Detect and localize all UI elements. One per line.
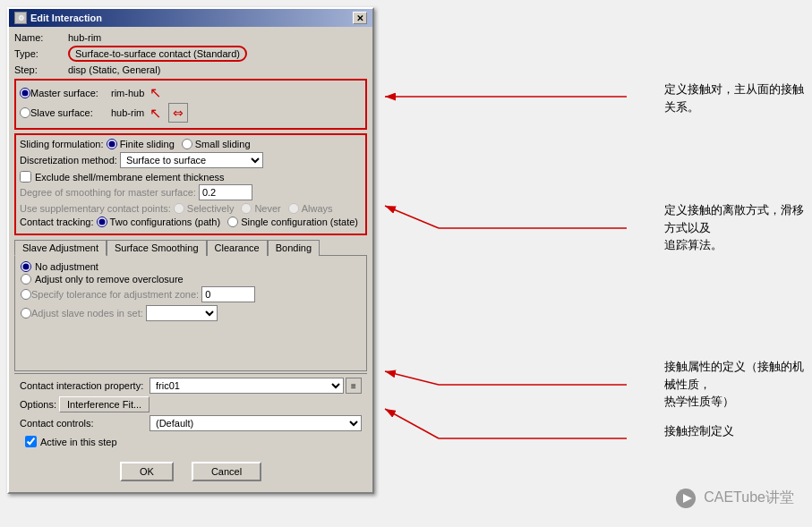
name-label: Name: (14, 32, 68, 43)
contact-property-icon-btn[interactable]: ≡ (346, 378, 362, 394)
adjust-only-row: Adjust only to remove overclosure (21, 274, 361, 285)
master-surface-row: Master surface: rim-hub ↖ (20, 84, 362, 101)
close-button[interactable]: ✕ (353, 12, 367, 24)
specify-tolerance-input[interactable] (201, 286, 255, 302)
active-step-checkbox[interactable] (25, 436, 37, 447)
step-row: Step: disp (Static, General) (14, 64, 367, 75)
exclude-shell-label: Exclude shell/membrane element thickness (35, 172, 225, 183)
tracking-row: Contact tracking: Two configurations (pa… (20, 217, 362, 227)
selectively-radio[interactable] (174, 203, 184, 214)
discretization-select[interactable]: Surface to surface (120, 152, 263, 168)
interference-fit-button[interactable]: Interference Fit... (59, 396, 150, 412)
single-config-radio[interactable] (227, 217, 238, 227)
watermark-icon (675, 488, 697, 509)
adjust-slave-select[interactable] (146, 305, 218, 321)
annotation-2-line2: 追踪算法。 (664, 236, 812, 254)
tab-surface-smoothing[interactable]: Surface Smoothing (107, 240, 207, 256)
adjust-only-radio[interactable] (21, 274, 31, 285)
contact-controls-label: Contact controls: (20, 418, 150, 429)
annotation-4-text: 接触控制定义 (664, 424, 734, 438)
annotation-2-line1: 定义接触的离散方式，滑移方式以及 (664, 201, 812, 236)
annotation-3: 接触属性的定义（接触的机械性质， 热学性质等） (664, 358, 812, 411)
annotation-1-text: 定义接触对，主从面的接触关系。 (664, 82, 804, 114)
smoothing-row: Degree of smoothing for master surface: (20, 184, 362, 200)
cancel-button[interactable]: Cancel (192, 462, 261, 481)
contact-property-select[interactable]: fric01 (150, 378, 344, 394)
annotation-1: 定义接触对，主从面的接触关系。 (664, 81, 812, 115)
step-label: Step: (14, 64, 68, 75)
adjust-slave-radio[interactable] (21, 308, 31, 319)
tab-content: No adjustment Adjust only to remove over… (14, 255, 367, 371)
tab-clearance[interactable]: Clearance (207, 240, 268, 256)
adjust-slave-label: Adjust slave nodes in set: (31, 308, 143, 319)
annotation-4: 接触控制定义 (664, 422, 734, 440)
master-value: rim-hub (111, 88, 144, 98)
slave-surface-row: Slave surface: hub-rim ↖ ⇔ (20, 103, 362, 123)
title-bar-left: ⚙ Edit Interaction (14, 12, 102, 24)
slave-label: Slave surface: (30, 107, 111, 118)
tab-bonding[interactable]: Bonding (268, 240, 320, 256)
tracking-radio-group: Two configurations (path) Single configu… (97, 217, 358, 227)
exclude-shell-row: Exclude shell/membrane element thickness (20, 171, 362, 183)
tab-slave-adjustment[interactable]: Slave Adjustment (14, 240, 107, 256)
small-sliding-item: Small sliding (182, 139, 251, 149)
single-config-item: Single configuration (state) (227, 217, 358, 227)
supplementary-row: Use supplementary contact points: Select… (20, 203, 362, 214)
master-arrow-icon: ↖ (150, 84, 161, 101)
sliding-radio-group: Finite sliding Small sliding (107, 139, 251, 149)
master-radio[interactable] (20, 88, 30, 98)
never-label: Never (254, 203, 280, 214)
slave-radio[interactable] (20, 107, 30, 118)
finite-sliding-radio[interactable] (107, 139, 117, 149)
supplementary-label: Use supplementary contact points: (20, 203, 171, 214)
selectively-item: Selectively (174, 203, 235, 214)
finite-sliding-label: Finite sliding (120, 139, 175, 149)
options-label: Options: (20, 399, 56, 410)
name-row: Name: hub-rim (14, 32, 367, 43)
edit-interaction-dialog: ⚙ Edit Interaction ✕ Name: hub-rim Type:… (7, 7, 374, 494)
type-label: Type: (14, 48, 68, 59)
finite-sliding-item: Finite sliding (107, 139, 175, 149)
options-row: Options: Interference Fit... (20, 396, 362, 412)
exclude-shell-checkbox[interactable] (20, 171, 31, 183)
bottom-section: Contact interaction property: fric01 ≡ O… (14, 373, 367, 453)
specify-tolerance-radio[interactable] (21, 289, 31, 300)
contact-controls-select[interactable]: (Default) (150, 415, 362, 431)
annotation-3-line2: 热学性质等） (664, 393, 812, 411)
two-config-label: Two configurations (path) (110, 217, 221, 227)
dialog-icon: ⚙ (14, 12, 27, 24)
no-adjustment-row: No adjustment (21, 261, 361, 272)
ok-button[interactable]: OK (120, 462, 174, 481)
annotation-2: 定义接触的离散方式，滑移方式以及 追踪算法。 (664, 201, 812, 254)
supplementary-radio-group: Selectively Never Always (174, 203, 333, 214)
discretization-row: Discretization method: Surface to surfac… (20, 152, 362, 168)
swap-button[interactable]: ⇔ (168, 103, 188, 123)
active-step-label: Active in this step (40, 437, 117, 447)
sliding-label: Sliding formulation: (20, 139, 104, 149)
dialog-body: Name: hub-rim Type: Surface-to-surface c… (9, 27, 372, 492)
title-bar: ⚙ Edit Interaction ✕ (9, 9, 372, 27)
always-radio[interactable] (288, 203, 299, 214)
two-config-radio[interactable] (97, 217, 107, 227)
specify-tolerance-row: Specify tolerance for adjustment zone: (21, 286, 361, 302)
smoothing-label: Degree of smoothing for master surface: (20, 187, 196, 198)
tabs-container: Slave Adjustment Surface Smoothing Clear… (14, 239, 367, 255)
smoothing-input[interactable] (199, 184, 252, 200)
never-radio[interactable] (241, 203, 252, 214)
watermark: CAETube讲堂 (675, 488, 794, 509)
contact-property-label: Contact interaction property: (20, 380, 150, 391)
type-row: Type: Surface-to-surface contact (Standa… (14, 46, 367, 62)
slave-arrow-icon: ↖ (150, 105, 161, 122)
single-config-label: Single configuration (state) (241, 217, 358, 227)
no-adjustment-radio[interactable] (21, 261, 31, 272)
sliding-row: Sliding formulation: Finite sliding Smal… (20, 139, 362, 149)
annotations-container: 定义接触对，主从面的接触关系。 定义接触的离散方式，滑移方式以及 追踪算法。 接… (400, 0, 812, 527)
adjust-only-label: Adjust only to remove overclosure (35, 274, 184, 285)
watermark-text: CAETube讲堂 (704, 489, 794, 505)
ok-cancel-row: OK Cancel (14, 456, 367, 487)
tracking-label: Contact tracking: (20, 217, 94, 227)
name-value: hub-rim (68, 32, 101, 43)
type-value: Surface-to-surface contact (Standard) (68, 46, 247, 62)
never-item: Never (241, 203, 280, 214)
small-sliding-radio[interactable] (182, 139, 192, 149)
